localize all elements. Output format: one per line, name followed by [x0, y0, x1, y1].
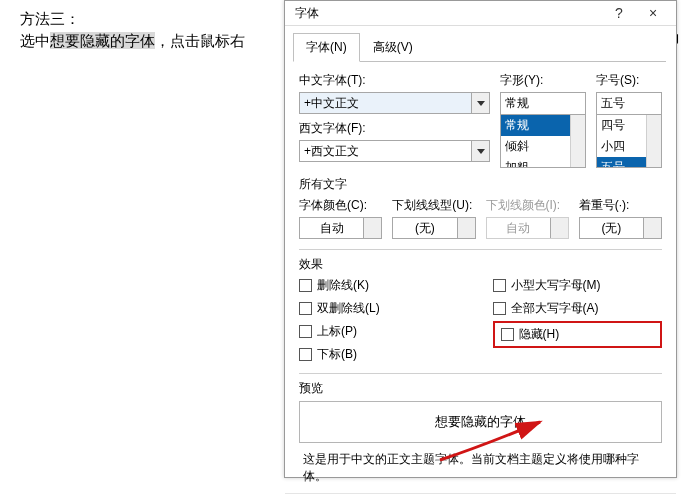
size-label: 字号(S):	[596, 72, 662, 89]
chevron-down-icon[interactable]	[457, 218, 475, 238]
style-input[interactable]: 常规	[500, 92, 586, 114]
close-button[interactable]: ×	[636, 1, 670, 25]
bg-highlight: 想要隐藏的字体	[50, 32, 155, 49]
chk-superscript[interactable]: 上标(P)	[299, 323, 469, 340]
hidden-highlight-box: 隐藏(H)	[493, 321, 663, 348]
chk-double-strike[interactable]: 双删除线(L)	[299, 300, 469, 317]
preview-note: 这是用于中文的正文主题字体。当前文档主题定义将使用哪种字体。	[303, 451, 662, 485]
size-listbox[interactable]: 四号 小四 五号	[596, 114, 662, 168]
chevron-down-icon[interactable]	[363, 218, 381, 238]
font-dialog: 字体 ? × 字体(N) 高级(V) 中文字体(T): +中文正文 西文字体(F…	[284, 0, 677, 478]
effects-label: 效果	[299, 256, 662, 273]
emphasis-combo[interactable]: (无)	[579, 217, 662, 239]
style-listbox[interactable]: 常规 倾斜 加粗	[500, 114, 586, 168]
preview-label: 预览	[299, 380, 662, 397]
tab-advanced[interactable]: 高级(V)	[360, 33, 426, 62]
background-doc-text: 方法三： 选中想要隐藏的字体，点击鼠标右 能即	[20, 8, 245, 52]
chinese-font-label: 中文字体(T):	[299, 72, 490, 89]
close-icon: ×	[649, 5, 657, 21]
preview-text: 想要隐藏的字体	[435, 413, 526, 431]
chk-subscript[interactable]: 下标(B)	[299, 346, 469, 363]
dialog-titlebar: 字体 ? ×	[285, 1, 676, 26]
preview-box: 想要隐藏的字体	[299, 401, 662, 443]
chk-small-caps[interactable]: 小型大写字母(M)	[493, 277, 663, 294]
bg-line1: 方法三：	[20, 8, 245, 30]
dialog-footer: 设为默认值(D) 文字效果(E)... 确定 取消	[285, 493, 676, 500]
emphasis-label: 着重号(·):	[579, 197, 662, 214]
chk-strikethrough[interactable]: 删除线(K)	[299, 277, 469, 294]
help-button[interactable]: ?	[602, 1, 636, 25]
underline-style-label: 下划线线型(U):	[392, 197, 475, 214]
bg-line2: 选中想要隐藏的字体，点击鼠标右	[20, 30, 245, 52]
allchars-label: 所有文字	[299, 176, 662, 193]
underline-style-combo[interactable]: (无)	[392, 217, 475, 239]
underline-color-combo: 自动	[486, 217, 569, 239]
font-color-label: 字体颜色(C):	[299, 197, 382, 214]
chevron-down-icon	[550, 218, 568, 238]
chevron-down-icon[interactable]	[643, 218, 661, 238]
chevron-down-icon[interactable]	[471, 93, 489, 113]
style-label: 字形(Y):	[500, 72, 586, 89]
font-color-combo[interactable]: 自动	[299, 217, 382, 239]
help-icon: ?	[615, 5, 623, 21]
tab-bar: 字体(N) 高级(V)	[285, 26, 676, 61]
scrollbar[interactable]	[570, 115, 585, 167]
chk-all-caps[interactable]: 全部大写字母(A)	[493, 300, 663, 317]
dialog-title: 字体	[295, 5, 602, 22]
scrollbar[interactable]	[646, 115, 661, 167]
chinese-font-combo[interactable]: +中文正文	[299, 92, 490, 114]
chk-hidden[interactable]: 隐藏(H)	[501, 326, 655, 343]
western-font-combo[interactable]: +西文正文	[299, 140, 490, 162]
western-font-label: 西文字体(F):	[299, 120, 490, 137]
size-input[interactable]: 五号	[596, 92, 662, 114]
tab-font[interactable]: 字体(N)	[293, 33, 360, 62]
chevron-down-icon[interactable]	[471, 141, 489, 161]
underline-color-label: 下划线颜色(I):	[486, 197, 569, 214]
